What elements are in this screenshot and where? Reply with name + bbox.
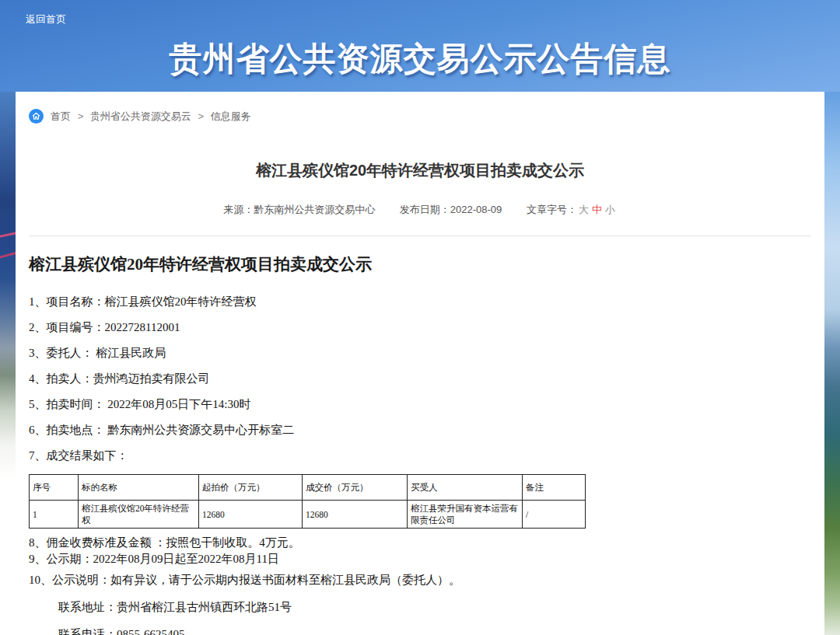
item-project-number: 2、项目编号：2022728112001 bbox=[29, 322, 811, 333]
breadcrumb: 首页 > 贵州省公共资源交易云 > 信息服务 bbox=[29, 92, 811, 124]
item-client: 3、委托人： 榕江县民政局 bbox=[29, 347, 811, 359]
table-header-subject: 标的名称 bbox=[79, 475, 199, 501]
item-project-name: 1、项目名称：榕江县殡仪馆20年特许经营权 bbox=[29, 296, 811, 308]
article-content: 榕江县殡仪馆20年特许经营权项目拍卖成交公示 1、项目名称：榕江县殡仪馆20年特… bbox=[29, 253, 811, 635]
breadcrumb-separator: > bbox=[198, 110, 204, 122]
fontsize-small-button[interactable]: 小 bbox=[605, 204, 615, 215]
back-home-link[interactable]: 返回首页 bbox=[26, 12, 66, 26]
home-icon[interactable] bbox=[29, 109, 44, 124]
fontsize-label: 文章字号： bbox=[527, 204, 577, 215]
article-title: 榕江县殡仪馆20年特许经营权项目拍卖成交公示 bbox=[29, 160, 811, 181]
fontsize-medium-button[interactable]: 中 bbox=[592, 204, 602, 215]
meta-fontsize: 文章字号：大中小 bbox=[527, 204, 617, 215]
table-header-dealprice: 成交价（万元） bbox=[303, 475, 408, 501]
breadcrumb-item-home[interactable]: 首页 bbox=[51, 110, 71, 122]
meta-source: 来源：黔东南州公共资源交易中心 bbox=[223, 204, 375, 215]
cell-startprice: 12680 bbox=[199, 501, 303, 529]
cell-dealprice: 12680 bbox=[303, 501, 408, 529]
item-result-intro: 7、成交结果如下： bbox=[29, 450, 811, 462]
breadcrumb-item-cloud[interactable]: 贵州省公共资源交易云 bbox=[90, 110, 191, 122]
article-meta: 来源：黔东南州公共资源交易中心 发布日期：2022-08-09 文章字号：大中小 bbox=[29, 203, 811, 217]
cell-subject: 榕江县殡仪馆20年特许经营权 bbox=[79, 501, 199, 529]
item-notice-period: 9、公示期：2022年08月09日起至2022年08月11日 bbox=[29, 551, 811, 567]
contact-address: 联系地址：贵州省榕江县古州镇西环北路51号 bbox=[29, 602, 811, 613]
fontsize-large-button[interactable]: 大 bbox=[579, 204, 589, 215]
content-panel: 首页 > 贵州省公共资源交易云 > 信息服务 榕江县殡仪馆20年特许经营权项目拍… bbox=[16, 92, 824, 635]
background-landscape-left bbox=[0, 92, 16, 635]
breadcrumb-trail: 首页 > 贵州省公共资源交易云 > 信息服务 bbox=[51, 110, 251, 124]
breadcrumb-separator: > bbox=[78, 110, 84, 122]
item-auctioneer: 4、拍卖人：贵州鸿迈拍卖有限公司 bbox=[29, 373, 811, 385]
banner-title: 贵州省公共资源交易公示公告信息 bbox=[0, 37, 840, 81]
item-commission: 8、佣金收费标准及金额 ：按照包干制收取。4万元。 bbox=[29, 535, 811, 551]
table-row: 1 榕江县殡仪馆20年特许经营权 12680 12680 榕江县荣升国有资本运营… bbox=[30, 501, 586, 529]
meta-publish-date: 发布日期：2022-08-09 bbox=[400, 204, 502, 215]
contact-phone: 联系电话：0855-6625405 bbox=[29, 629, 811, 635]
item-auction-time: 5、拍卖时间： 2022年08月05日下午14:30时 bbox=[29, 399, 811, 410]
background-landscape-right bbox=[824, 92, 840, 635]
table-header-seq: 序号 bbox=[30, 475, 79, 501]
cell-buyer: 榕江县荣升国有资本运营有限责任公司 bbox=[408, 501, 523, 529]
divider bbox=[29, 236, 811, 236]
result-table: 序号 标的名称 起拍价（万元） 成交价（万元） 买受人 备注 1 榕江县殡仪馆2… bbox=[29, 474, 586, 529]
cell-remark: / bbox=[523, 501, 586, 529]
cell-seq: 1 bbox=[30, 501, 79, 529]
page-banner: 返回首页 贵州省公共资源交易公示公告信息 bbox=[0, 0, 840, 92]
table-header-remark: 备注 bbox=[523, 475, 586, 501]
table-header-startprice: 起拍价（万元） bbox=[199, 475, 303, 501]
item-auction-place: 6、拍卖地点： 黔东南州公共资源交易中心开标室二 bbox=[29, 424, 811, 436]
content-heading: 榕江县殡仪馆20年特许经营权项目拍卖成交公示 bbox=[29, 253, 811, 275]
table-header-row: 序号 标的名称 起拍价（万元） 成交价（万元） 买受人 备注 bbox=[30, 475, 586, 501]
breadcrumb-item-info-service[interactable]: 信息服务 bbox=[211, 110, 251, 122]
item-notice-explain: 10、公示说明：如有异议，请于公示期内报送书面材料至榕江县民政局（委托人）。 bbox=[29, 574, 811, 586]
table-header-buyer: 买受人 bbox=[408, 475, 523, 501]
